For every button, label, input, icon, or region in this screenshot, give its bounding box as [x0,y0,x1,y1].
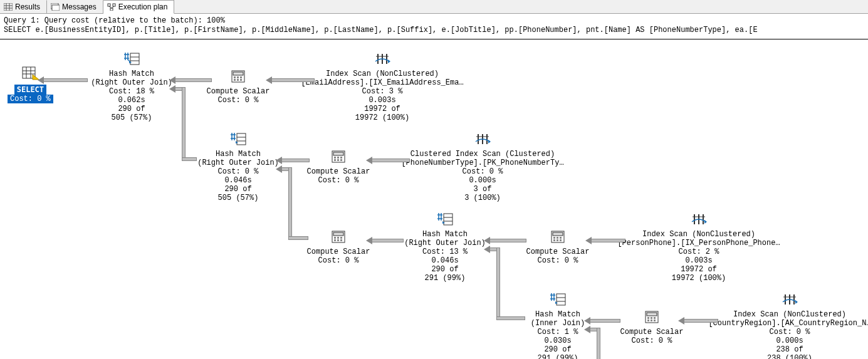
svg-rect-71 [560,239,562,241]
op-subtitle: [CountryRegion].[AK_CountryRegion_N… [708,319,868,328]
op-hash-match-2[interactable]: Hash Match (Right Outer Join) Cost: 0 % … [188,132,288,202]
op-rows2: 238 (100%) [767,354,812,359]
arrowhead-icon [484,246,490,253]
op-title: Index Scan (NonClustered) [326,70,439,78]
op-rows: 290 of [224,185,251,194]
arrowhead-icon [584,317,590,325]
compute-scalar-icon [644,310,659,324]
arrowhead-icon [678,317,684,325]
svg-rect-27 [234,79,236,81]
op-cost: Cost: 0 % [318,176,359,185]
connector [371,239,404,242]
svg-rect-57 [334,239,336,241]
compute-scalar-icon [550,230,565,244]
op-title: Index Scan (NonClustered) [733,310,846,319]
connector [288,167,292,239]
op-rows: 290 of [118,105,145,113]
op-cost: Cost: 0 % [538,256,578,265]
connector [683,319,718,323]
svg-rect-60 [444,214,452,225]
op-cost: Cost: 13 % [422,247,468,256]
op-cost: Cost: 2 % [679,247,719,256]
index-scan-icon [782,293,798,306]
tab-execution-plan[interactable]: Execution plan [103,0,175,14]
op-index-scan-1[interactable]: Index Scan (NonClustered) [EmailAddress]… [301,52,464,122]
svg-marker-51 [488,140,491,143]
op-rows2: 505 (57%) [112,113,152,122]
svg-rect-40 [333,152,343,155]
svg-rect-68 [560,237,562,239]
op-rows: 19972 of [364,105,400,113]
op-rows: 238 of [776,345,803,354]
op-rows2: 19972 (100%) [355,113,409,122]
svg-rect-24 [234,76,236,78]
op-hash-match-1[interactable]: Hash Match (Right Outer Join) Cost: 18 %… [81,52,182,122]
op-time: 0.003s [685,256,712,265]
op-select[interactable]: SELECT Cost: 0 % [8,66,53,103]
compute-scalar-icon [231,70,246,83]
op-compute-scalar-3[interactable]: Compute Scalar Cost: 0 % [301,230,376,265]
arrowhead-icon [169,85,175,93]
svg-rect-18 [130,53,139,65]
connector [371,159,410,162]
svg-rect-67 [557,237,558,239]
query-text-line: SELECT e.[BusinessEntityID], p.[Title], … [4,26,864,35]
clustered-index-scan-icon [474,132,491,146]
svg-rect-85 [654,317,656,319]
op-cost: Cost: 18 % [109,87,154,96]
arrowhead-icon [585,237,592,244]
op-rows: 19972 of [681,265,717,274]
op-index-scan-3[interactable]: Index Scan (NonClustered) [CountryRegion… [708,293,868,359]
op-rows2: 291 (99%) [538,354,578,359]
svg-rect-69 [553,239,555,241]
svg-rect-25 [237,76,239,78]
svg-rect-58 [337,239,339,241]
op-cost: Cost: 0 % [218,96,259,105]
op-compute-scalar-2[interactable]: Compute Scalar Cost: 0 % [301,150,376,185]
svg-rect-55 [337,237,339,239]
svg-rect-70 [557,239,558,241]
op-title: Index Scan (NonClustered) [642,230,755,239]
op-title: Compute Scalar [307,247,370,256]
hash-match-icon [229,132,247,146]
op-index-scan-2[interactable]: Index Scan (NonClustered) [PersonPhone].… [617,212,780,283]
connector [271,78,315,82]
svg-rect-87 [651,320,652,321]
hash-match-icon [549,293,567,306]
op-subtitle: (Right Outer Join) [197,159,279,167]
svg-rect-6 [52,5,60,11]
op-compute-scalar-5[interactable]: Compute Scalar Cost: 0 % [614,310,689,345]
messages-icon [51,3,60,11]
connector [174,78,212,82]
svg-rect-53 [333,232,343,236]
tab-messages[interactable]: Messages [47,0,103,13]
svg-rect-44 [334,159,336,161]
connector [597,328,600,359]
op-hash-match-3[interactable]: Hash Match (Right Outer Join) Cost: 13 %… [395,212,495,283]
svg-rect-26 [240,76,242,78]
op-cost: Cost: 0 % [218,167,259,176]
svg-rect-82 [647,313,657,316]
index-scan-icon [691,212,707,226]
tab-results[interactable]: Results [0,0,47,13]
op-title: Compute Scalar [307,167,370,176]
op-title: Hash Match [109,70,154,78]
op-time: 0.030s [544,336,571,345]
op-rows: 290 of [431,265,458,274]
compute-scalar-icon [331,230,346,244]
tab-execution-plan-label: Execution plan [118,3,168,11]
svg-rect-59 [340,239,342,241]
hash-match-icon [436,212,454,226]
op-subtitle: [PersonPhone].[IX_PersonPhone_Phone… [617,239,780,247]
op-compute-scalar-4[interactable]: Compute Scalar Cost: 0 % [520,230,595,265]
arrowhead-icon [38,76,44,84]
arrowhead-icon [366,237,372,244]
arrowhead-icon [584,326,590,333]
execution-plan-canvas[interactable]: SELECT Cost: 0 % Hash Match (Right Outer… [0,39,868,359]
op-compute-scalar-1[interactable]: Compute Scalar Cost: 0 % [201,70,276,105]
svg-rect-35 [237,133,246,145]
svg-rect-56 [340,237,342,239]
connector [182,87,186,160]
op-clustered-index-scan[interactable]: Clustered Index Scan (Clustered) [PhoneN… [401,132,564,202]
connector [281,159,310,162]
